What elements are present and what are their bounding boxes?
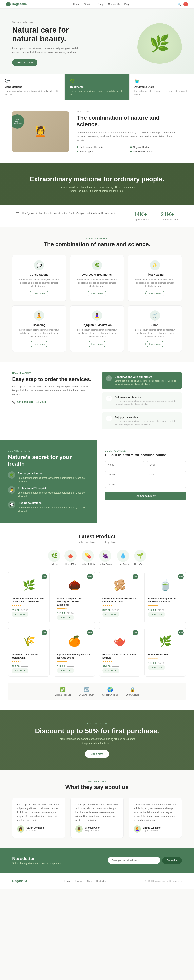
newsletter-input[interactable]	[108, 857, 160, 864]
step-title: Enjoy your service	[114, 416, 178, 419]
booking-feature-icon: 🌿	[8, 471, 15, 479]
service-card[interactable]: 💬 Consultations Lorem ipsum dolor sit am…	[0, 74, 65, 100]
cart-button[interactable]: 1	[183, 2, 188, 6]
product-card: 15% 🍊 Ayurvedic Immunity Booster for Kid…	[54, 628, 95, 676]
name-input[interactable]	[105, 461, 144, 468]
footer-link[interactable]: Shop	[87, 880, 92, 882]
phone-input[interactable]	[105, 471, 144, 478]
email-input[interactable]	[147, 461, 186, 468]
add-to-cart-button[interactable]: Add to Cart	[57, 615, 74, 620]
product-category[interactable]: 🌱 Herb-Based	[134, 550, 146, 565]
product-card: 25% 🍵 Relieves Constipation & Improves D…	[145, 571, 186, 624]
date-input[interactable]	[147, 471, 186, 478]
stat-item: 21K+Treatments Done	[161, 211, 178, 221]
search-icon[interactable]: 🔍	[178, 3, 181, 6]
product-category[interactable]: 💧 Herbal Digese	[116, 550, 130, 565]
book-button[interactable]: Book Appointment	[105, 492, 186, 500]
booking-right: Booking Online Fill out this form for bo…	[97, 439, 194, 523]
service-item-desc: Lorem ipsum dolor sit amet, consectetur …	[75, 278, 119, 288]
product-card: 10% 🫚 Controlling Blood Pressure & Chole…	[99, 571, 140, 624]
service-card-title: Treatments	[70, 85, 124, 88]
add-to-cart-button[interactable]: Add to Cart	[148, 612, 165, 617]
discover-button[interactable]: Discover More	[12, 59, 37, 66]
subscribe-button[interactable]: Subscribe	[162, 857, 182, 864]
step-number: 2	[106, 396, 112, 401]
service-item-name: Tajiquan & Meditation	[75, 323, 119, 326]
learn-more-button[interactable]: Learn more	[145, 291, 164, 296]
product-price: $15.00	[11, 609, 20, 612]
hero-image: 🌿	[137, 23, 182, 64]
phone-contact[interactable]: 📞 888 2003-234 Let's Talk	[12, 401, 92, 404]
service-card[interactable]: 🌿 Treatments Lorem ipsum dolor sit amet …	[65, 74, 129, 100]
product-name: Herbal Green Tea	[148, 653, 183, 656]
product-old-price: $32.00	[21, 665, 28, 668]
add-to-cart-button[interactable]: Add to Cart	[102, 612, 119, 617]
footer-link[interactable]: Home	[64, 880, 70, 882]
shop-now-button[interactable]: Shop Now	[85, 750, 109, 758]
trust-badge-label: Global Shipping	[102, 694, 118, 696]
footer-link[interactable]: Contact Us	[96, 880, 107, 882]
category-icon: 💧	[117, 550, 129, 562]
booking-feature-desc: Lorem ipsum dolor sit amet, consectetur …	[18, 491, 89, 498]
service-field	[105, 480, 186, 488]
product-card: 10% 🫖 Herbal Green Tea with Lemon Extrac…	[99, 628, 140, 676]
services-subtitle: What We Offer	[12, 237, 182, 240]
product-category[interactable]: 💊 Herbal Tablets	[81, 550, 95, 565]
footer-link[interactable]: Services	[75, 880, 83, 882]
step-content: Enjoy your service Lorem ipsum dolor sit…	[114, 416, 178, 426]
about-image: 💆 25+ Years Experience	[12, 111, 69, 152]
product-pricing: $25.00 $32.00	[11, 664, 46, 668]
nav-link[interactable]: Services	[84, 3, 93, 6]
add-to-cart-button[interactable]: Add to Cart	[148, 665, 165, 670]
learn-more-button[interactable]: Learn more	[87, 291, 107, 296]
newsletter-text: Newsletter Subscribe to get our latest n…	[12, 856, 62, 865]
nav-link[interactable]: Home	[73, 3, 80, 6]
product-category[interactable]: 🍇 Herbal Drops	[99, 550, 112, 565]
learn-more-button[interactable]: Learn more	[145, 341, 164, 347]
learn-more-button[interactable]: Learn more	[30, 291, 49, 296]
testimonials-section: Testimonials What they say about us Lore…	[0, 770, 194, 848]
service-input[interactable]	[105, 480, 186, 488]
nav-link[interactable]: Contact Us	[108, 3, 120, 6]
brand-logo[interactable]: Dagasaka	[6, 2, 27, 6]
booking-section: Booking Online Nature's secret for your …	[0, 439, 194, 523]
product-price: $18.00	[57, 612, 65, 615]
product-pricing: $15.00 $20.00	[11, 608, 46, 612]
stat-number: 21K+	[161, 211, 178, 218]
step-content: Get an appointments Lorem ipsum dolor si…	[114, 396, 178, 406]
product-category[interactable]: 🫖 Herbal Tea	[64, 550, 76, 565]
service-card[interactable]: 🏪 Ayurvedic Store Lorem ipsum dolor sit …	[130, 74, 194, 100]
feature-item: Organic Herbal	[130, 146, 182, 148]
badge-text: Years Experience	[12, 121, 24, 124]
testimonials-grid: Lorem ipsum dolor sit amet, consectetur …	[12, 798, 182, 838]
learn-more-button[interactable]: Learn more	[30, 341, 49, 347]
product-old-price: $24.00	[157, 662, 164, 664]
product-categories: 🌿 Herb Leaves 🫖 Herbal Tea 💊 Herbal Tabl…	[8, 550, 186, 565]
product-rating: ★★★★☆	[11, 660, 46, 663]
testimonial-name: Michael Chen	[85, 826, 100, 829]
testimonial-author: 👩‍🦰 Emma Williams Loyal Customer	[134, 826, 177, 833]
nav-link[interactable]: Shop	[98, 3, 103, 6]
add-to-cart-button[interactable]: Add to Cart	[102, 668, 119, 673]
products-title: Latest Product	[8, 533, 186, 539]
add-to-cart-button[interactable]: Add to Cart	[11, 612, 29, 617]
step-content: Consultations with our expert Lorem ipsu…	[114, 375, 178, 386]
add-to-cart-button[interactable]: Add to Cart	[11, 668, 29, 673]
testimonial-card: Lorem ipsum dolor sit amet, consectetur …	[70, 798, 124, 838]
category-label: Herb Leaves	[48, 563, 60, 565]
email-field	[147, 461, 186, 468]
discount-banner: Special Offer Discount up to 50% for fir…	[0, 710, 194, 770]
feature-dot	[77, 146, 78, 148]
booking-feature-text: Free Consultations Lorem ipsum dolor sit…	[18, 501, 89, 513]
steps-section: How It Works Easy step to order the serv…	[0, 362, 194, 439]
testimonial-info: Emma Williams Loyal Customer	[143, 826, 161, 832]
nav-link[interactable]: Pages	[124, 3, 131, 6]
category-label: Herbal Tablets	[81, 563, 95, 565]
form-title: Fill out this form for booking online.	[105, 453, 186, 457]
service-card-icon: 💬	[5, 78, 60, 83]
product-category[interactable]: 🌿 Herb Leaves	[48, 550, 60, 565]
steps-subtitle: How It Works	[12, 372, 92, 374]
learn-more-button[interactable]: Learn more	[87, 341, 107, 347]
booking-feature-icon: 💬	[8, 501, 15, 508]
add-to-cart-button[interactable]: Add to Cart	[57, 668, 74, 673]
